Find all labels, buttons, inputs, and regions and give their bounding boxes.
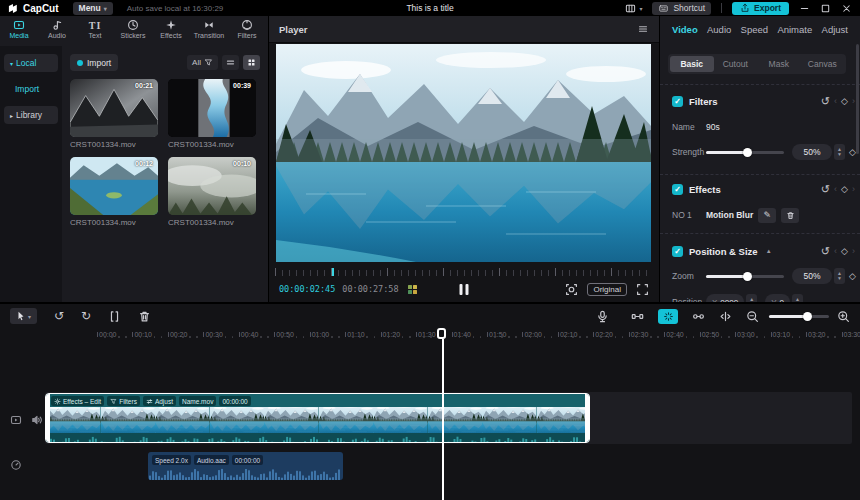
keyframe-prev-icon[interactable]: ‹: [834, 184, 837, 194]
filter-all-button[interactable]: All: [187, 55, 218, 70]
properties-tab-audio[interactable]: Audio: [707, 24, 731, 35]
zoom-value[interactable]: 50%: [792, 268, 832, 284]
position-x-stepper[interactable]: ▲▼: [746, 294, 757, 302]
keyframe-icon[interactable]: ◇: [841, 96, 848, 106]
layout-switch-button[interactable]: ▾: [624, 3, 642, 14]
audio-clip[interactable]: Speed 2.0xAudio.aac00:00:00: [148, 452, 343, 480]
strength-value[interactable]: 50%: [792, 144, 832, 160]
keyframe-next-icon[interactable]: ›: [852, 246, 855, 256]
subtab-basic[interactable]: Basic: [670, 56, 714, 72]
quality-select[interactable]: Original: [587, 283, 627, 296]
fullscreen-icon[interactable]: [636, 283, 649, 296]
scrubber-position[interactable]: [332, 268, 334, 276]
tab-transition[interactable]: Transition: [190, 16, 228, 46]
media-thumbnail[interactable]: 00:21: [70, 79, 158, 137]
properties-tab-speed[interactable]: Speed: [741, 24, 768, 35]
sidebar-item-local[interactable]: ▾Local: [4, 54, 58, 72]
auto-split-icon[interactable]: [719, 310, 732, 323]
video-clip[interactable]: Effects – EditFiltersAdjustName.mov00:00…: [45, 393, 590, 443]
collapse-icon[interactable]: ▲: [766, 248, 772, 254]
grid-view-button[interactable]: [243, 55, 260, 70]
tab-media[interactable]: Media: [0, 16, 38, 46]
edit-effect-button[interactable]: ✎: [758, 208, 776, 223]
zoom-in-icon[interactable]: [837, 310, 850, 323]
filters-checkbox[interactable]: ✓: [672, 96, 683, 107]
keyframe-icon[interactable]: ◇: [841, 184, 848, 194]
media-item[interactable]: 00:10 CRST001334.mov: [168, 157, 256, 227]
keyframe-prev-icon[interactable]: ‹: [834, 246, 837, 256]
tab-effects[interactable]: Effects: [152, 16, 190, 46]
clip-badge-adjust[interactable]: Adjust: [143, 396, 176, 406]
clip-badge-filters[interactable]: Filters: [107, 396, 140, 406]
pause-button[interactable]: [460, 284, 469, 295]
minimize-button[interactable]: [799, 3, 810, 14]
import-button[interactable]: Import: [70, 54, 118, 71]
record-voiceover-icon[interactable]: [596, 310, 609, 323]
keyframe-next-icon[interactable]: ›: [852, 184, 855, 194]
menu-button[interactable]: Menu ▾: [73, 2, 113, 15]
effects-checkbox[interactable]: ✓: [672, 184, 683, 195]
position-y-stepper[interactable]: ▲▼: [792, 294, 803, 302]
subtab-cutout[interactable]: Cutout: [714, 56, 758, 72]
delete-effect-button[interactable]: [781, 208, 799, 223]
export-button[interactable]: Export: [732, 2, 789, 15]
clip-badge-effects-edit[interactable]: Effects – Edit: [51, 396, 104, 406]
media-item[interactable]: 00:39 CRST001334.mov: [168, 79, 256, 149]
strength-stepper[interactable]: ▲▼: [834, 144, 845, 160]
subtab-mask[interactable]: Mask: [757, 56, 801, 72]
tab-text[interactable]: TIText: [76, 16, 114, 46]
voiceover-track-icon[interactable]: [10, 459, 22, 471]
split-tool-icon[interactable]: [108, 310, 121, 323]
timeline-ruler[interactable]: 00:0000:1000:2000:3000:4000:5001:0001:10…: [0, 328, 860, 344]
mute-track-icon[interactable]: [31, 414, 43, 426]
media-item[interactable]: 00:21 CRST001334.mov: [70, 79, 158, 149]
keyframe-prev-icon[interactable]: ‹: [834, 96, 837, 106]
select-tool-button[interactable]: ▾: [10, 308, 37, 324]
zoom-stepper[interactable]: ▲▼: [834, 268, 845, 284]
link-icon[interactable]: [692, 310, 705, 323]
undo-button[interactable]: ↺: [54, 310, 64, 323]
media-item[interactable]: 00:12 CRST001334.mov: [70, 157, 158, 227]
preview-axis-button[interactable]: [658, 309, 678, 324]
snapshot-icon[interactable]: [565, 283, 578, 296]
zoom-out-icon[interactable]: [746, 310, 759, 323]
player-menu-icon[interactable]: [637, 23, 649, 35]
snapping-icon[interactable]: [631, 310, 644, 323]
quality-indicator-icon[interactable]: [408, 285, 417, 294]
maximize-button[interactable]: [820, 3, 831, 14]
clip-trim-handle-left[interactable]: [46, 394, 50, 442]
video-preview[interactable]: [276, 44, 651, 262]
clip-trim-handle-right[interactable]: [585, 394, 589, 442]
playhead-handle[interactable]: [437, 328, 446, 339]
media-thumbnail[interactable]: 00:12: [70, 157, 158, 215]
tab-filters[interactable]: Filters: [228, 16, 266, 46]
tab-stickers[interactable]: Stickers: [114, 16, 152, 46]
properties-tab-adjust[interactable]: Adjust: [822, 24, 848, 35]
keyframe-icon[interactable]: ◇: [849, 147, 856, 157]
zoom-slider[interactable]: [706, 272, 784, 281]
subtab-canvas[interactable]: Canvas: [801, 56, 845, 72]
timeline-zoom-slider[interactable]: [769, 312, 829, 321]
position-x-input[interactable]: X 0000: [706, 294, 744, 302]
reset-icon[interactable]: ↺: [821, 245, 830, 258]
sidebar-item-import[interactable]: Import: [0, 84, 39, 94]
redo-button[interactable]: ↻: [81, 310, 91, 323]
reset-icon[interactable]: ↺: [821, 183, 830, 196]
close-button[interactable]: [841, 3, 852, 14]
keyframe-next-icon[interactable]: ›: [852, 96, 855, 106]
strength-slider[interactable]: [706, 148, 784, 157]
media-thumbnail[interactable]: 00:10: [168, 157, 256, 215]
delete-clip-icon[interactable]: [138, 310, 151, 323]
shortcut-button[interactable]: Shortcut: [652, 2, 711, 15]
tab-audio[interactable]: Audio: [38, 16, 76, 46]
properties-tab-video[interactable]: Video: [672, 24, 698, 35]
clip-badge-00-00-00[interactable]: 00:00:00: [219, 396, 250, 406]
list-view-button[interactable]: [222, 55, 239, 70]
position-y-input[interactable]: Y 0: [765, 294, 790, 302]
properties-tab-animate[interactable]: Animate: [777, 24, 812, 35]
media-thumbnail[interactable]: 00:39: [168, 79, 256, 137]
scrollbar[interactable]: [856, 44, 859, 154]
reset-icon[interactable]: ↺: [821, 95, 830, 108]
player-scrubber[interactable]: [275, 268, 653, 277]
cover-icon[interactable]: [10, 414, 22, 426]
